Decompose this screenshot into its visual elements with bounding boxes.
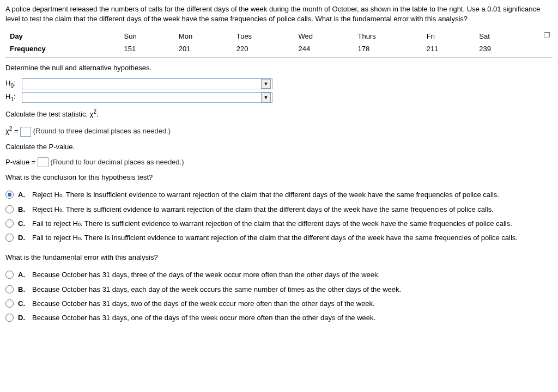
radio-conclusion-a[interactable] bbox=[5, 191, 14, 199]
chi-input[interactable] bbox=[20, 127, 31, 137]
option-text: Fail to reject H₀. There is sufficient e… bbox=[32, 219, 553, 229]
table-header: Sun bbox=[120, 30, 174, 42]
option-letter: C. bbox=[18, 299, 28, 309]
table-cell: 201 bbox=[174, 43, 232, 55]
table-cell: 211 bbox=[422, 43, 475, 55]
table-cell: 151 bbox=[120, 43, 174, 55]
chevron-down-icon: ▼ bbox=[261, 79, 271, 89]
option-letter: A. bbox=[18, 270, 28, 280]
radio-conclusion-c[interactable] bbox=[5, 219, 14, 228]
error-options: A. Because October has 31 days, three of… bbox=[5, 268, 553, 325]
option-letter: B. bbox=[18, 285, 28, 295]
radio-error-b[interactable] bbox=[5, 285, 14, 293]
hypotheses-prompt: Determine the null and alternative hypot… bbox=[5, 63, 553, 73]
divider bbox=[5, 57, 553, 58]
radio-conclusion-d[interactable] bbox=[5, 234, 14, 242]
option-letter: D. bbox=[18, 233, 28, 243]
table-cell: 220 bbox=[232, 43, 294, 55]
table-header-frequency: Frequency bbox=[5, 43, 120, 55]
h0-dropdown[interactable]: ▼ bbox=[22, 78, 272, 89]
option-letter: D. bbox=[18, 313, 28, 323]
chevron-down-icon: ▼ bbox=[261, 93, 271, 102]
radio-error-a[interactable] bbox=[5, 271, 14, 279]
h1-dropdown[interactable]: ▼ bbox=[22, 92, 272, 103]
radio-error-d[interactable] bbox=[5, 314, 14, 322]
table-header: Mon bbox=[174, 30, 232, 42]
table-cell: 239 bbox=[475, 43, 527, 55]
chi-hint: (Round to three decimal places as needed… bbox=[33, 127, 171, 135]
option-text: Reject H₀. There is insufficient evidenc… bbox=[32, 190, 553, 200]
option-text: Fail to reject H₀. There is insufficient… bbox=[32, 233, 553, 243]
conclusion-options: A. Reject H₀. There is insufficient evid… bbox=[5, 188, 553, 245]
option-letter: C. bbox=[18, 219, 28, 229]
question-text: A police department released the numbers… bbox=[5, 4, 553, 24]
radio-error-c[interactable] bbox=[5, 299, 14, 308]
radio-conclusion-b[interactable] bbox=[5, 205, 14, 213]
pvalue-label: P-value = bbox=[5, 158, 35, 166]
option-text: Because October has 31 days, each day of… bbox=[32, 285, 553, 295]
option-text: Because October has 31 days, two of the … bbox=[32, 299, 553, 309]
table-header: Wed bbox=[294, 30, 354, 42]
table-header: Sat bbox=[475, 30, 527, 42]
error-prompt: What is the fundamental error with this … bbox=[5, 253, 553, 262]
table-header: Fri bbox=[422, 30, 475, 42]
h1-label: H1: bbox=[5, 92, 22, 103]
table-cell: 178 bbox=[353, 43, 422, 55]
option-text: Reject H₀. There is sufficient evidence … bbox=[32, 205, 553, 215]
table-header: Thurs bbox=[353, 30, 422, 42]
conclusion-prompt: What is the conclusion for this hypothes… bbox=[5, 173, 553, 182]
h0-label: H0: bbox=[5, 78, 22, 90]
option-letter: A. bbox=[18, 190, 28, 200]
option-text: Because October has 31 days, three of th… bbox=[32, 270, 553, 280]
chi-prompt: Calculate the test statistic, χ2. bbox=[5, 108, 553, 120]
pvalue-prompt: Calculate the P-value. bbox=[5, 142, 553, 152]
pvalue-hint: (Round to four decimal places as needed.… bbox=[51, 158, 184, 166]
table-header-day: Day bbox=[5, 30, 120, 42]
chi-label: χ2 = bbox=[5, 127, 20, 135]
pvalue-input[interactable] bbox=[38, 157, 48, 167]
table-cell: 244 bbox=[294, 43, 354, 55]
frequency-table: Day Sun Mon Tues Wed Thurs Fri Sat Frequ… bbox=[5, 30, 553, 54]
copy-icon[interactable]: ❐ bbox=[544, 30, 550, 40]
option-text: Because October has 31 days, one of the … bbox=[32, 313, 553, 323]
option-letter: B. bbox=[18, 205, 28, 215]
table-header: Tues bbox=[232, 30, 294, 42]
